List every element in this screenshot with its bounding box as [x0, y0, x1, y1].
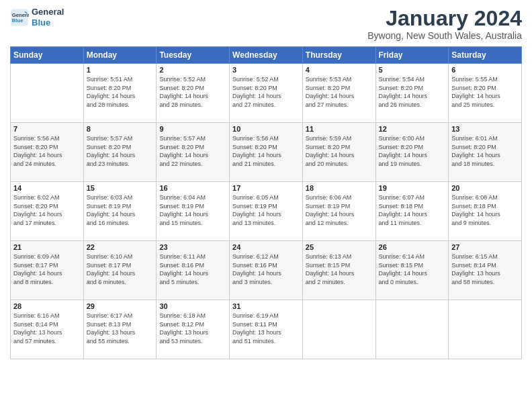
calendar-week-row: 1Sunrise: 5:51 AM Sunset: 8:20 PM Daylig…: [11, 64, 522, 123]
day-number: 9: [159, 125, 226, 133]
calendar-cell: 31Sunrise: 6:19 AM Sunset: 8:11 PM Dayli…: [230, 300, 303, 359]
calendar-week-row: 14Sunrise: 6:02 AM Sunset: 8:20 PM Dayli…: [11, 182, 522, 241]
day-info: Sunrise: 6:11 AM Sunset: 8:16 PM Dayligh…: [159, 253, 226, 286]
calendar-cell: 18Sunrise: 6:06 AM Sunset: 8:19 PM Dayli…: [302, 182, 375, 241]
day-number: 20: [451, 184, 519, 192]
page: General Blue General Blue January 2024 B…: [0, 0, 532, 411]
logo-icon: General Blue: [10, 8, 29, 27]
day-info: Sunrise: 6:07 AM Sunset: 8:18 PM Dayligh…: [379, 193, 446, 227]
day-info: Sunrise: 5:52 AM Sunset: 8:20 PM Dayligh…: [232, 75, 300, 109]
day-number: 15: [87, 184, 154, 192]
calendar-cell: [302, 300, 375, 359]
svg-text:Blue: Blue: [12, 17, 24, 24]
day-number: 25: [306, 243, 373, 251]
calendar-cell: 5Sunrise: 5:54 AM Sunset: 8:20 PM Daylig…: [375, 64, 449, 123]
calendar-cell: 15Sunrise: 6:03 AM Sunset: 8:19 PM Dayli…: [83, 182, 157, 241]
day-header-saturday: Saturday: [449, 47, 522, 64]
calendar-cell: 17Sunrise: 6:05 AM Sunset: 8:19 PM Dayli…: [230, 182, 303, 241]
calendar-cell: 27Sunrise: 6:15 AM Sunset: 8:14 PM Dayli…: [449, 241, 522, 300]
day-info: Sunrise: 5:52 AM Sunset: 8:20 PM Dayligh…: [159, 75, 226, 109]
day-info: Sunrise: 6:01 AM Sunset: 8:20 PM Dayligh…: [451, 134, 519, 168]
calendar-cell: 6Sunrise: 5:55 AM Sunset: 8:20 PM Daylig…: [449, 64, 522, 123]
calendar-header-row: SundayMondayTuesdayWednesdayThursdayFrid…: [11, 47, 522, 64]
calendar-cell: 2Sunrise: 5:52 AM Sunset: 8:20 PM Daylig…: [157, 64, 230, 123]
logo-line2: Blue: [32, 17, 64, 28]
calendar-cell: 4Sunrise: 5:53 AM Sunset: 8:20 PM Daylig…: [302, 64, 375, 123]
calendar-cell: 1Sunrise: 5:51 AM Sunset: 8:20 PM Daylig…: [83, 64, 157, 123]
header: General Blue General Blue January 2024 B…: [10, 7, 522, 41]
day-number: 13: [451, 125, 519, 133]
day-number: 23: [159, 243, 226, 251]
day-header-sunday: Sunday: [11, 47, 84, 64]
calendar-cell: 12Sunrise: 6:00 AM Sunset: 8:20 PM Dayli…: [375, 123, 449, 182]
day-header-monday: Monday: [83, 47, 157, 64]
day-info: Sunrise: 6:18 AM Sunset: 8:12 PM Dayligh…: [159, 312, 226, 345]
calendar-cell: 20Sunrise: 6:08 AM Sunset: 8:18 PM Dayli…: [449, 182, 522, 241]
day-info: Sunrise: 6:16 AM Sunset: 8:14 PM Dayligh…: [13, 312, 81, 345]
calendar-cell: [449, 300, 522, 359]
day-header-wednesday: Wednesday: [230, 47, 303, 64]
calendar-cell: 16Sunrise: 6:04 AM Sunset: 8:19 PM Dayli…: [157, 182, 230, 241]
day-number: 31: [232, 302, 300, 310]
calendar-cell: 9Sunrise: 5:57 AM Sunset: 8:20 PM Daylig…: [157, 123, 230, 182]
day-header-tuesday: Tuesday: [157, 47, 230, 64]
day-number: 16: [159, 184, 226, 192]
day-number: 24: [232, 243, 300, 251]
calendar-week-row: 7Sunrise: 5:56 AM Sunset: 8:20 PM Daylig…: [11, 123, 522, 182]
day-info: Sunrise: 6:04 AM Sunset: 8:19 PM Dayligh…: [159, 193, 226, 227]
calendar-cell: 29Sunrise: 6:17 AM Sunset: 8:13 PM Dayli…: [83, 300, 157, 359]
day-number: 27: [451, 243, 519, 251]
day-number: 26: [379, 243, 446, 251]
day-number: 22: [87, 243, 154, 251]
day-number: 4: [306, 66, 373, 74]
day-info: Sunrise: 6:13 AM Sunset: 8:15 PM Dayligh…: [306, 253, 373, 286]
calendar-cell: 22Sunrise: 6:10 AM Sunset: 8:17 PM Dayli…: [83, 241, 157, 300]
calendar-cell: 13Sunrise: 6:01 AM Sunset: 8:20 PM Dayli…: [449, 123, 522, 182]
calendar-week-row: 21Sunrise: 6:09 AM Sunset: 8:17 PM Dayli…: [11, 241, 522, 300]
calendar-cell: 23Sunrise: 6:11 AM Sunset: 8:16 PM Dayli…: [157, 241, 230, 300]
calendar-cell: 25Sunrise: 6:13 AM Sunset: 8:15 PM Dayli…: [302, 241, 375, 300]
calendar-cell: 7Sunrise: 5:56 AM Sunset: 8:20 PM Daylig…: [11, 123, 84, 182]
location-subtitle: Bywong, New South Wales, Australia: [367, 30, 522, 41]
logo-line1: General: [32, 7, 64, 17]
calendar-cell: 30Sunrise: 6:18 AM Sunset: 8:12 PM Dayli…: [157, 300, 230, 359]
day-info: Sunrise: 6:03 AM Sunset: 8:19 PM Dayligh…: [87, 193, 154, 227]
day-info: Sunrise: 6:19 AM Sunset: 8:11 PM Dayligh…: [232, 312, 300, 345]
calendar-week-row: 28Sunrise: 6:16 AM Sunset: 8:14 PM Dayli…: [11, 300, 522, 359]
day-info: Sunrise: 5:58 AM Sunset: 8:20 PM Dayligh…: [232, 134, 300, 168]
day-info: Sunrise: 5:54 AM Sunset: 8:20 PM Dayligh…: [379, 75, 446, 109]
day-header-friday: Friday: [375, 47, 449, 64]
day-info: Sunrise: 5:53 AM Sunset: 8:20 PM Dayligh…: [306, 75, 373, 109]
calendar-cell: 10Sunrise: 5:58 AM Sunset: 8:20 PM Dayli…: [230, 123, 303, 182]
day-info: Sunrise: 5:57 AM Sunset: 8:20 PM Dayligh…: [159, 134, 226, 168]
day-number: 19: [379, 184, 446, 192]
day-number: 11: [306, 125, 373, 133]
calendar-cell: 14Sunrise: 6:02 AM Sunset: 8:20 PM Dayli…: [11, 182, 84, 241]
calendar-cell: 26Sunrise: 6:14 AM Sunset: 8:15 PM Dayli…: [375, 241, 449, 300]
logo: General Blue General Blue: [10, 7, 64, 28]
day-number: 18: [306, 184, 373, 192]
day-info: Sunrise: 5:55 AM Sunset: 8:20 PM Dayligh…: [451, 75, 519, 109]
day-number: 12: [379, 125, 446, 133]
day-info: Sunrise: 5:59 AM Sunset: 8:20 PM Dayligh…: [306, 134, 373, 168]
day-info: Sunrise: 6:10 AM Sunset: 8:17 PM Dayligh…: [87, 253, 154, 286]
day-number: 8: [87, 125, 154, 133]
day-number: 6: [451, 66, 519, 74]
day-number: 28: [13, 302, 81, 310]
day-info: Sunrise: 6:06 AM Sunset: 8:19 PM Dayligh…: [306, 193, 373, 227]
day-number: 21: [13, 243, 81, 251]
day-number: 2: [159, 66, 226, 74]
day-number: 5: [379, 66, 446, 74]
day-number: 29: [87, 302, 154, 310]
calendar-cell: 3Sunrise: 5:52 AM Sunset: 8:20 PM Daylig…: [230, 64, 303, 123]
day-number: 10: [232, 125, 300, 133]
calendar-cell: 8Sunrise: 5:57 AM Sunset: 8:20 PM Daylig…: [83, 123, 157, 182]
day-number: 3: [232, 66, 300, 74]
title-block: January 2024 Bywong, New South Wales, Au…: [367, 7, 522, 41]
day-info: Sunrise: 6:09 AM Sunset: 8:17 PM Dayligh…: [13, 253, 81, 286]
day-info: Sunrise: 6:14 AM Sunset: 8:15 PM Dayligh…: [379, 253, 446, 286]
day-info: Sunrise: 6:00 AM Sunset: 8:20 PM Dayligh…: [379, 134, 446, 168]
day-info: Sunrise: 6:17 AM Sunset: 8:13 PM Dayligh…: [87, 312, 154, 345]
day-info: Sunrise: 6:12 AM Sunset: 8:16 PM Dayligh…: [232, 253, 300, 286]
day-number: 14: [13, 184, 81, 192]
